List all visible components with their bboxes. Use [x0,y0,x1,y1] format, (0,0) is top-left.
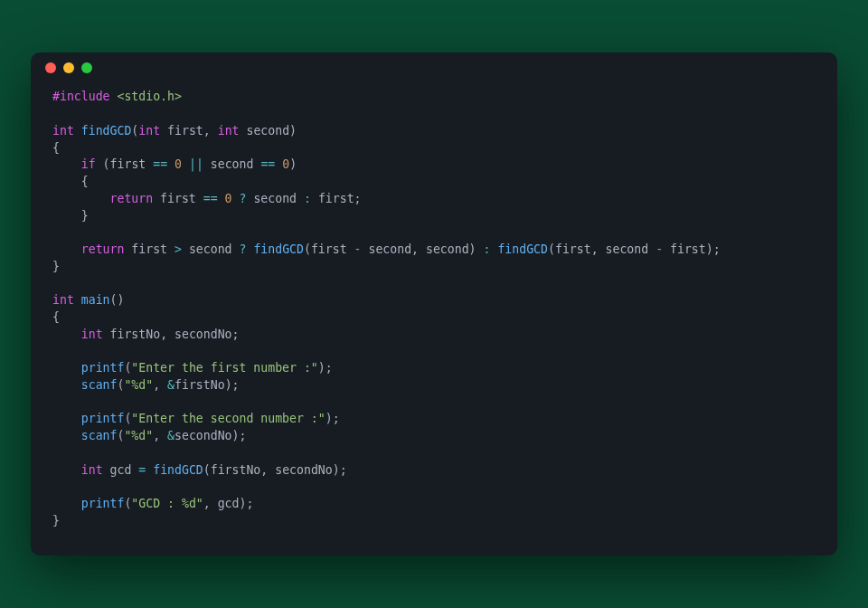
code-token [146,463,153,477]
code-token: { [52,310,60,324]
code-token: , [153,429,160,442]
code-token [476,242,484,256]
code-token: ( [548,242,555,256]
code-token: second [203,157,261,171]
code-token [211,124,218,138]
code-token: ; [354,192,362,205]
code-token: return [81,242,125,256]
code-token: firstNo [211,463,261,477]
code-token: scanf [81,429,118,442]
code-token: } [52,209,89,223]
code-token [160,429,167,442]
code-token: == [260,157,275,171]
code-token: second [246,192,304,205]
code-token: ( [304,242,311,256]
code-token: 0 [282,157,289,171]
code-token: ; [340,463,347,477]
code-token: "%d" [124,378,153,392]
code-token: secondNo [167,328,231,341]
code-token: ( [103,157,110,171]
code-token: first [110,157,154,171]
code-token: printf [81,361,125,375]
code-token: second [419,242,469,256]
code-token: & [167,378,175,392]
code-token: "Enter the second number :" [131,412,325,425]
code-token: : [304,192,311,205]
code-token: second [599,242,656,256]
titlebar [31,52,837,83]
code-token: int [52,293,74,307]
code-token: ) [225,378,232,392]
code-token: first [663,242,706,256]
code-token [52,463,81,477]
code-token: 0 [225,192,232,205]
code-token: first [555,242,591,256]
code-token [218,192,225,205]
code-token: ; [333,412,340,425]
code-token: int [52,124,74,138]
code-token [52,378,81,392]
code-token: int [218,124,240,138]
code-token: ) [289,157,297,171]
code-token: ) [289,124,297,138]
code-token: { [52,175,89,188]
code-token: "GCD : %d" [131,497,203,510]
code-token [52,157,81,171]
code-token: , [591,242,599,256]
code-token: gcd [103,463,139,477]
code-window: #include <stdio.h> int findGCD(int first… [31,52,837,555]
zoom-icon[interactable] [81,62,92,73]
code-token: ; [326,361,333,375]
code-token: first [124,242,175,256]
code-token: ) [232,429,240,442]
code-token: ; [246,497,253,510]
code-token: int [138,124,160,138]
code-token: "Enter the first number :" [131,361,317,375]
code-token [52,361,81,375]
code-token: ) [706,242,713,256]
code-token: , [203,497,211,510]
code-token: int [81,463,103,477]
code-token: ) [326,412,333,425]
code-token: "%d" [124,429,153,442]
code-token: ) [318,361,326,375]
code-token: 0 [175,157,182,171]
code-token: first [311,192,354,205]
code-token: ( [203,463,211,477]
code-token: , [411,242,419,256]
code-token: firstNo [103,328,161,341]
code-token: <stdio.h> [117,90,181,103]
code-token [74,124,81,138]
code-token: second [240,124,290,138]
code-token: } [52,514,60,527]
code-token: ) [333,463,340,477]
code-token [52,242,81,256]
code-token [52,429,81,442]
code-token: first [311,242,354,256]
code-token: ; [240,429,247,442]
code-token: first [160,124,203,138]
code-token [74,293,81,307]
code-token [52,412,81,425]
code-token: secondNo [268,463,332,477]
code-token: findGCD [497,242,548,256]
code-token: second [362,242,412,256]
code-token: findGCD [153,463,203,477]
code-token [182,157,189,171]
code-token: || [189,157,203,171]
code-token: - [656,242,663,256]
code-token [232,192,240,205]
code-token: scanf [81,378,118,392]
code-token: secondNo [175,429,232,442]
code-block: #include <stdio.h> int findGCD(int first… [31,83,837,555]
code-token: gcd [211,497,240,510]
code-token: - [354,242,362,256]
code-token: ; [713,242,721,256]
code-token: , [153,378,160,392]
close-icon[interactable] [45,62,56,73]
code-token [52,497,81,510]
code-token: == [153,157,167,171]
code-token: ; [232,328,240,341]
minimize-icon[interactable] [63,62,74,73]
code-token: int [81,328,103,341]
